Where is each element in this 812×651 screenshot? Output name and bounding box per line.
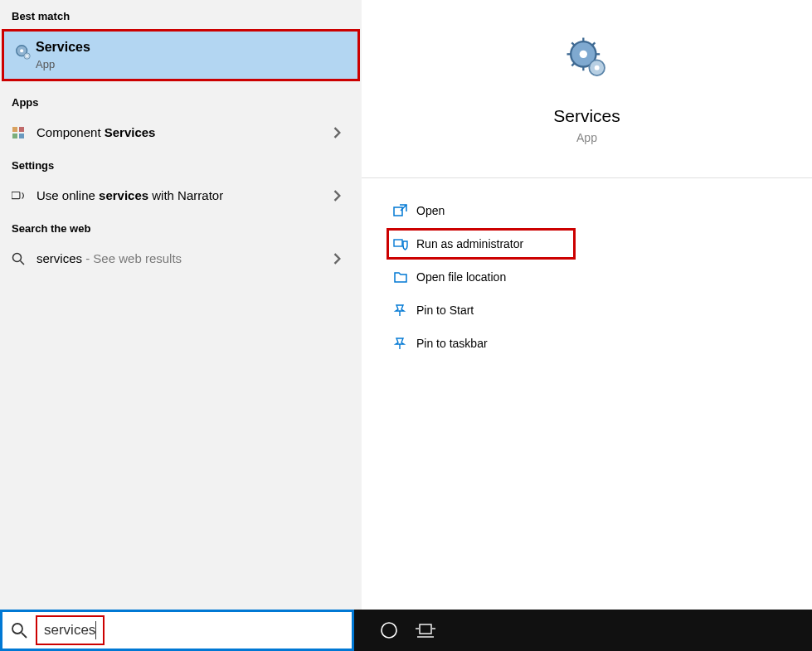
cortana-icon[interactable] [371, 621, 407, 639]
hero-gear-icon [362, 35, 812, 81]
search-icon [11, 622, 27, 639]
apps-header: Apps [0, 86, 362, 115]
chevron-right-icon [333, 190, 350, 202]
result-component-services[interactable]: Component Services [0, 115, 362, 149]
taskbar-search-box[interactable]: services [0, 610, 354, 651]
search-web-header: Search the web [0, 212, 362, 241]
search-input[interactable]: services [36, 615, 105, 645]
best-match-header: Best match [0, 0, 362, 29]
svg-line-19 [571, 63, 575, 66]
pin-icon [393, 303, 416, 318]
svg-rect-6 [12, 134, 17, 138]
svg-rect-4 [12, 127, 17, 132]
svg-point-12 [579, 51, 586, 58]
pin-icon [393, 336, 416, 351]
action-open[interactable]: Open [387, 195, 812, 226]
svg-line-17 [571, 42, 575, 46]
action-label: Open [416, 204, 445, 217]
action-label: Pin to taskbar [416, 337, 488, 350]
best-match-title: Services [36, 40, 346, 55]
open-icon [393, 203, 416, 218]
best-match-subtitle: App [36, 58, 346, 70]
settings-header: Settings [0, 149, 362, 178]
svg-rect-5 [19, 127, 24, 132]
action-run-as-admin[interactable]: Run as administrator [387, 228, 576, 260]
action-label: Pin to Start [416, 304, 474, 317]
search-icon [12, 252, 36, 265]
result-label: services - See web results [36, 251, 333, 265]
svg-point-9 [13, 253, 22, 261]
task-view-icon[interactable] [407, 622, 444, 639]
result-web-search[interactable]: services - See web results [0, 241, 362, 275]
component-services-icon [12, 126, 36, 139]
svg-point-1 [20, 49, 23, 52]
action-pin-to-taskbar[interactable]: Pin to taskbar [387, 328, 812, 359]
narrator-icon [12, 189, 36, 202]
results-panel: Best match Services App Apps Component S… [0, 0, 362, 610]
admin-shield-icon [393, 236, 416, 251]
services-gear-icon [14, 43, 32, 61]
svg-point-3 [26, 55, 27, 56]
folder-icon [393, 270, 416, 284]
action-list: Open Run as administrator Open file loca… [362, 195, 812, 359]
action-open-file-location[interactable]: Open file location [387, 261, 812, 293]
best-match-result[interactable]: Services App [2, 29, 360, 81]
action-label: Run as administrator [416, 237, 523, 250]
result-narrator-setting[interactable]: Use online services with Narrator [0, 178, 362, 212]
svg-rect-23 [394, 207, 402, 216]
svg-line-20 [591, 42, 595, 46]
result-label: Component Services [36, 125, 333, 139]
svg-line-10 [21, 260, 25, 265]
result-label: Use online services with Narrator [36, 188, 333, 202]
details-panel: Services App Open Run as administrator [362, 0, 812, 610]
svg-point-28 [382, 623, 396, 638]
svg-rect-29 [420, 624, 431, 634]
svg-rect-25 [394, 240, 402, 246]
hero-subtitle: App [362, 131, 812, 144]
svg-point-26 [12, 624, 22, 634]
search-value: services [44, 622, 95, 639]
svg-rect-8 [12, 192, 20, 198]
chevron-right-icon [333, 127, 350, 138]
divider [362, 177, 812, 178]
text-caret [95, 621, 96, 639]
svg-line-27 [22, 633, 27, 638]
action-label: Open file location [416, 270, 506, 284]
svg-point-22 [594, 66, 599, 70]
taskbar: services [0, 610, 812, 651]
action-pin-to-start[interactable]: Pin to Start [387, 294, 812, 326]
details-hero: Services App [362, 35, 812, 169]
hero-title: Services [362, 106, 812, 126]
chevron-right-icon [333, 253, 350, 265]
svg-rect-7 [19, 134, 24, 138]
search-results-window: Best match Services App Apps Component S… [0, 0, 812, 610]
taskbar-tray [354, 610, 812, 651]
